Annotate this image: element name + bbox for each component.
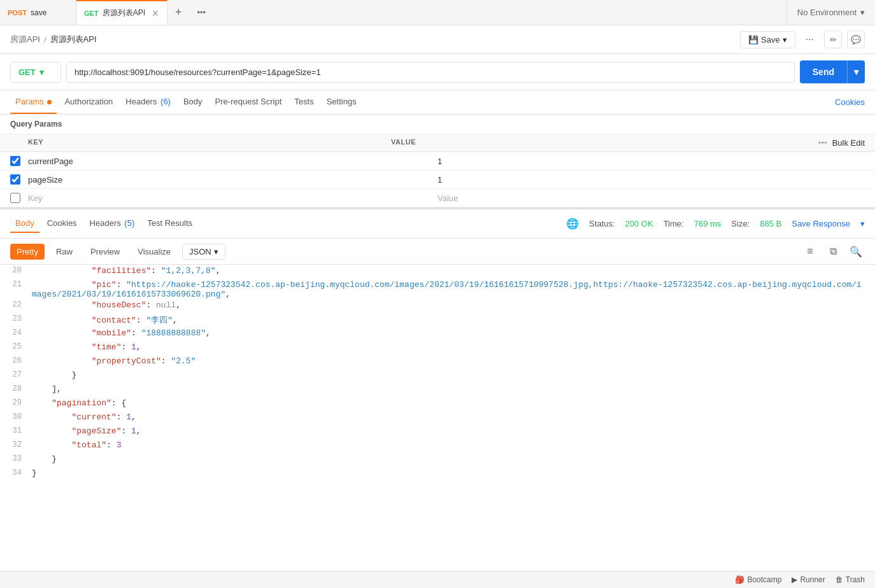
- code-token-indent: [32, 426, 71, 436]
- format-type-selector[interactable]: JSON ▾: [182, 244, 225, 260]
- param-checkbox-empty[interactable]: [10, 193, 20, 203]
- line-number: 34: [0, 467, 32, 477]
- method-selector[interactable]: GET ▾: [10, 62, 61, 83]
- tab-settings[interactable]: Settings: [322, 90, 362, 114]
- param-checkbox-currentpage[interactable]: [10, 156, 20, 166]
- param-value-empty[interactable]: Value: [438, 193, 865, 203]
- code-token-plain: :: [117, 280, 127, 290]
- line-content: "houseDesc": null,: [32, 299, 875, 310]
- runner-button[interactable]: ▶ Runner: [792, 575, 825, 584]
- tab-tests[interactable]: Tests: [289, 90, 318, 114]
- code-token-key: "pagination": [52, 398, 111, 408]
- add-tab-button[interactable]: +: [167, 0, 190, 25]
- param-key-currentpage[interactable]: currentPage: [28, 157, 438, 166]
- code-token-plain: :: [121, 342, 131, 352]
- tab-prerequest[interactable]: Pre-request Script: [210, 90, 287, 114]
- line-number: 32: [0, 439, 32, 449]
- code-line-33: 33 }: [0, 453, 875, 467]
- code-token-plain: :: [136, 316, 146, 325]
- save-response-button[interactable]: Save Response: [792, 219, 850, 228]
- line-content: "mobile": "18888888888",: [32, 327, 875, 338]
- trash-button[interactable]: 🗑 Trash: [836, 575, 865, 584]
- tab-get-house[interactable]: GET 房源列表API ✕: [76, 0, 167, 25]
- code-token-plain: ,: [216, 266, 221, 276]
- post-method-label: POST: [8, 9, 27, 17]
- param-key-empty[interactable]: Key: [28, 193, 438, 203]
- comment-button[interactable]: 💬: [847, 31, 865, 48]
- send-button[interactable]: Send ▾: [800, 60, 865, 83]
- save-button[interactable]: 💾 Save ▾: [740, 31, 795, 48]
- line-number: 23: [0, 313, 32, 323]
- code-token-plain: ,: [136, 342, 141, 352]
- resp-tab-headers[interactable]: Headers (5): [85, 214, 140, 233]
- code-line-31: 31 "pageSize": 1,: [0, 425, 875, 439]
- tab-post-save[interactable]: POST save: [0, 0, 76, 25]
- url-input[interactable]: [66, 62, 795, 83]
- code-token-plain: ,: [131, 412, 136, 422]
- code-token-plain: :: [106, 440, 117, 450]
- format-tab-pretty[interactable]: Pretty: [10, 244, 45, 260]
- tab-body[interactable]: Body: [178, 90, 208, 114]
- code-token-number: 1: [131, 426, 136, 436]
- send-label: Send: [800, 60, 847, 83]
- code-token-indent: [32, 454, 52, 464]
- tab-params[interactable]: Params: [10, 90, 57, 114]
- copy-button[interactable]: ⧉: [824, 242, 842, 260]
- size-label: Size:: [731, 219, 750, 228]
- param-key-pagesize[interactable]: pageSize: [28, 175, 438, 185]
- code-token-number: 1: [126, 412, 131, 422]
- code-token-plain: ,: [206, 328, 211, 338]
- bootcamp-button[interactable]: 🎒 Bootcamp: [735, 575, 781, 584]
- line-content: "pic": "https://haoke-1257323542.cos.ap-…: [32, 279, 875, 299]
- code-token-string: "1,2,3,7,8": [161, 266, 216, 276]
- request-tabs: Params Authorization Headers (6) Body Pr…: [0, 90, 875, 115]
- code-token-key: "facilities": [92, 266, 152, 276]
- param-row-pagesize: pageSize 1: [0, 171, 875, 189]
- param-checkbox-pagesize[interactable]: [10, 174, 20, 185]
- format-tab-preview[interactable]: Preview: [84, 244, 126, 260]
- param-value-currentpage[interactable]: 1: [438, 157, 865, 166]
- comment-icon: 💬: [851, 35, 861, 45]
- code-token-plain: :: [151, 266, 161, 276]
- line-number: 33: [0, 453, 32, 463]
- format-tab-visualize[interactable]: Visualize: [131, 244, 177, 260]
- resp-tab-cookies[interactable]: Cookies: [42, 214, 82, 233]
- trash-label: Trash: [846, 575, 865, 584]
- breadcrumb-parent[interactable]: 房源API: [10, 34, 40, 45]
- code-token-plain: :: [146, 300, 156, 310]
- more-tabs-button[interactable]: •••: [189, 0, 213, 25]
- code-token-indent: [32, 328, 92, 338]
- line-number: 31: [0, 425, 32, 435]
- code-token-string: "李四": [146, 316, 173, 325]
- tab-authorization[interactable]: Authorization: [59, 90, 118, 114]
- search-response-button[interactable]: 🔍: [847, 242, 865, 260]
- format-tab-raw[interactable]: Raw: [50, 244, 79, 260]
- bootcamp-icon: 🎒: [735, 575, 744, 584]
- toolbar-dots-button[interactable]: ···: [800, 31, 819, 48]
- code-token-plain: :: [131, 328, 141, 338]
- breadcrumb: 房源API / 房源列表API: [10, 34, 97, 45]
- trash-icon: 🗑: [836, 575, 843, 584]
- save-chevron-icon: ▾: [783, 35, 787, 45]
- time-label: Time:: [664, 219, 684, 228]
- resp-tab-test-results[interactable]: Test Results: [142, 214, 197, 233]
- cookies-link[interactable]: Cookies: [835, 97, 865, 107]
- code-token-key: "mobile": [92, 328, 131, 338]
- resp-tab-body[interactable]: Body: [10, 214, 39, 233]
- line-content: "current": 1,: [32, 411, 875, 422]
- edit-icon: ✏: [830, 35, 837, 45]
- env-label: No Environment: [797, 8, 857, 17]
- tab-headers[interactable]: Headers (6): [120, 90, 176, 114]
- param-row-empty: Key Value: [0, 189, 875, 207]
- line-number: 30: [0, 411, 32, 421]
- line-number: 24: [0, 327, 32, 337]
- environment-selector[interactable]: No Environment ▾: [786, 0, 875, 25]
- bulk-edit-button[interactable]: Bulk Edit: [832, 138, 865, 148]
- param-value-pagesize[interactable]: 1: [438, 175, 865, 185]
- edit-button[interactable]: ✏: [824, 31, 842, 48]
- env-chevron-icon: ▾: [860, 8, 865, 17]
- close-tab-icon[interactable]: ✕: [152, 8, 159, 18]
- code-token-indent: [32, 316, 92, 325]
- line-number: 28: [0, 383, 32, 393]
- wrap-lines-button[interactable]: ≡: [801, 242, 819, 260]
